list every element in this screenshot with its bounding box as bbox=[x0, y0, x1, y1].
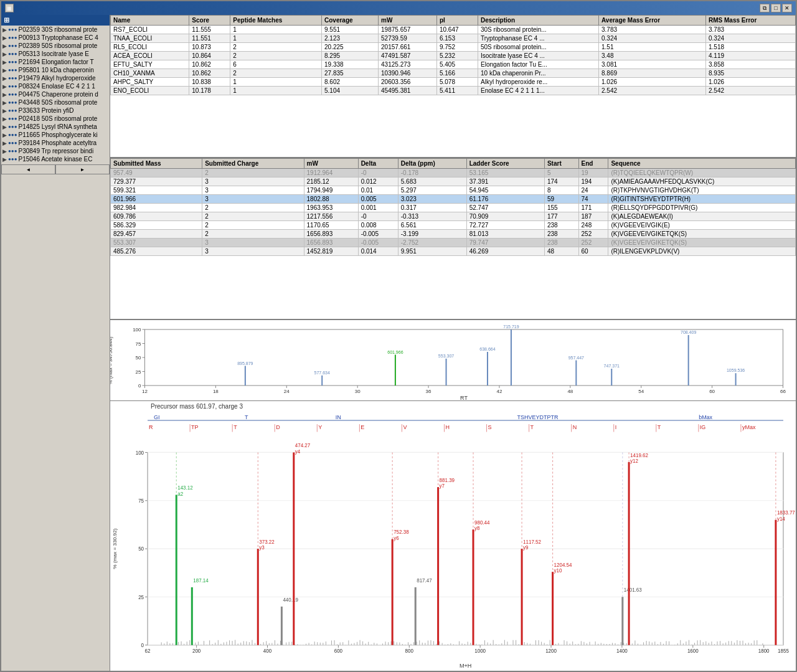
table-cell: 2185.12 bbox=[304, 177, 358, 186]
col-score[interactable]: Score bbox=[189, 16, 230, 26]
table-row[interactable]: 982.98421963.9530.0010.31752.747155171(R… bbox=[111, 204, 796, 212]
table-row[interactable]: 601.96631802.880.0053.02361.1765974(R)GI… bbox=[111, 195, 796, 204]
svg-rect-130 bbox=[172, 643, 173, 645]
sidebar-item-P02359[interactable]: ▶●●●P02359 30S ribosomal prote bbox=[1, 26, 110, 34]
table-cell: 37.391 bbox=[466, 177, 544, 186]
table-row[interactable]: 729.37732185.120.0125.68337.391174194(K)… bbox=[111, 177, 796, 186]
table-row[interactable]: ACEA_ECOLI10.86428.29547491.5875.232Isoc… bbox=[111, 52, 796, 60]
top-table-area[interactable]: NameScorePeptide MatchesCoveragemWpIDesc… bbox=[110, 15, 796, 158]
svg-rect-301 bbox=[658, 644, 658, 645]
col-mw[interactable]: mW bbox=[379, 16, 437, 26]
bottom-table-area[interactable]: Submitted MassSubmitted ChargemWDeltaDel… bbox=[110, 158, 796, 320]
sidebar-item-P02389[interactable]: ▶●●●P02389 50S ribosomal prote bbox=[1, 42, 110, 50]
bot-col-mw[interactable]: mW bbox=[304, 159, 358, 169]
table-row[interactable]: 609.78621217.556-0-0.31370.909177187(K)A… bbox=[111, 212, 796, 221]
sidebar-item-P43448[interactable]: ▶●●●P43448 50S ribosomal prote bbox=[1, 98, 110, 106]
bot-col-delta-ppm[interactable]: Delta (ppm) bbox=[398, 159, 466, 169]
table-cell: Elongation factor Tu E... bbox=[478, 60, 599, 69]
table-cell: 553.307 bbox=[111, 239, 202, 247]
svg-text:H: H bbox=[445, 424, 449, 430]
svg-rect-181 bbox=[317, 642, 318, 645]
svg-rect-287 bbox=[618, 645, 618, 645]
sidebar-item-P00913[interactable]: ▶●●●P00913 Tryptophanase EC 4 bbox=[1, 34, 110, 42]
svg-text:1419.62: 1419.62 bbox=[630, 453, 648, 458]
sidebar-item-P21694[interactable]: ▶●●●P21694 Elongation factor T bbox=[1, 58, 110, 66]
sidebar-label: P39184 Phosphate acetyltra bbox=[19, 140, 97, 146]
table-cell: 3.783 bbox=[598, 26, 705, 34]
col-peptide-matches[interactable]: Peptide Matches bbox=[230, 16, 322, 26]
table-cell: 238 bbox=[544, 239, 578, 247]
svg-text:42: 42 bbox=[496, 389, 502, 394]
svg-rect-143 bbox=[209, 640, 210, 645]
table-cell: 1912.964 bbox=[304, 169, 358, 177]
sidebar-item-P39184[interactable]: ▶●●●P39184 Phosphate acetyltra bbox=[1, 139, 110, 147]
svg-rect-330 bbox=[740, 641, 740, 645]
close-button[interactable]: ✕ bbox=[782, 4, 792, 12]
svg-rect-151 bbox=[232, 641, 233, 645]
col-pi[interactable]: pI bbox=[436, 16, 478, 26]
svg-rect-231 bbox=[459, 641, 460, 645]
sidebar-item-P33633[interactable]: ▶●●●P33633 Protein yfiD bbox=[1, 106, 110, 115]
sidebar-item-P14825[interactable]: ▶●●●P14825 Lysyl tRNA syntheta bbox=[1, 123, 110, 131]
svg-rect-209 bbox=[397, 642, 397, 645]
svg-rect-221 bbox=[430, 640, 431, 645]
table-cell: 10.873 bbox=[189, 43, 230, 52]
bot-col-ladder-score[interactable]: Ladder Score bbox=[466, 159, 544, 169]
table-row[interactable]: ENO_ECOLI10.17815.10445495.3815.411Enola… bbox=[111, 87, 796, 95]
table-row[interactable]: 485.27631452.8190.0149.95146.2694860(R)I… bbox=[111, 247, 796, 256]
sidebar-item-P08324[interactable]: ▶●●●P08324 Enolase EC 4 2 1 1 bbox=[1, 82, 110, 90]
svg-text:1000: 1000 bbox=[474, 648, 486, 654]
svg-rect-294 bbox=[638, 643, 638, 645]
svg-rect-217 bbox=[419, 640, 420, 645]
svg-rect-33 bbox=[245, 366, 246, 386]
svg-rect-247 bbox=[504, 640, 505, 645]
svg-rect-159 bbox=[255, 643, 255, 645]
table-row[interactable]: TNAA_ECOLI11.55112.12352739.596.153Trypt… bbox=[111, 34, 796, 43]
table-row[interactable]: 586.32921170.650.0086.56172.727238248(K)… bbox=[111, 221, 796, 230]
sidebar-item-P95801[interactable]: ▶●●●P95801 10 kDa chaperonin bbox=[1, 66, 110, 74]
main-panel: NameScorePeptide MatchesCoveragemWpIDesc… bbox=[110, 15, 796, 671]
table-row[interactable]: 599.32131794.9490.015.29754.945824(R)TKP… bbox=[111, 186, 796, 195]
svg-rect-138 bbox=[195, 643, 196, 645]
sidebar-item-P05313[interactable]: ▶●●●P05313 Isocitrate lyase E bbox=[1, 50, 110, 58]
table-row[interactable]: AHPC_SALTY10.83818.60220603.3565.078Alky… bbox=[111, 78, 796, 87]
col-average-mass-error[interactable]: Average Mass Error bbox=[598, 16, 705, 26]
svg-rect-47 bbox=[611, 369, 612, 386]
sidebar-item-P11665[interactable]: ▶●●●P11665 Phosphoglycerate ki bbox=[1, 131, 110, 139]
sidebar-item-P15046[interactable]: ▶●●●P15046 Acetate kinase EC bbox=[1, 155, 110, 163]
bot-col-submitted-charge[interactable]: Submitted Charge bbox=[202, 159, 304, 169]
col-coverage[interactable]: Coverage bbox=[322, 16, 379, 26]
svg-rect-224 bbox=[439, 641, 440, 645]
col-name[interactable]: Name bbox=[111, 16, 189, 26]
table-row[interactable]: RL5_ECOLI10.873220.22520157.6619.75250S … bbox=[111, 43, 796, 52]
table-row[interactable]: 553.30731656.893-0.005-2.75279.747238252… bbox=[111, 239, 796, 247]
bot-col-start[interactable]: Start bbox=[544, 159, 578, 169]
restore-button[interactable]: ⧉ bbox=[760, 4, 770, 12]
table-row[interactable]: CH10_XANMA10.862227.83510390.9465.16610 … bbox=[111, 69, 796, 78]
sidebar-item-P04475[interactable]: ▶●●●P04475 Chaperone protein d bbox=[1, 90, 110, 98]
table-cell: -0 bbox=[358, 212, 398, 221]
table-row[interactable]: RS7_ECOLI11.55519.55119875.65710.64730S … bbox=[111, 26, 796, 34]
col-description[interactable]: Description bbox=[478, 16, 599, 26]
svg-rect-304 bbox=[666, 641, 667, 645]
sidebar-scroll-right[interactable]: ► bbox=[55, 164, 110, 174]
bot-col-sequence[interactable]: Sequence bbox=[608, 159, 796, 169]
svg-rect-197 bbox=[362, 641, 363, 645]
sidebar-item-P30849[interactable]: ▶●●●P30849 Trp repressor bindi bbox=[1, 147, 110, 155]
bot-col-delta[interactable]: Delta bbox=[358, 159, 398, 169]
svg-rect-298 bbox=[649, 641, 649, 645]
sidebar-item-P02418[interactable]: ▶●●●P02418 50S ribosomal prote bbox=[1, 115, 110, 123]
table-row[interactable]: EFTU_SALTY10.862619.33843125.2735.405Elo… bbox=[111, 60, 796, 69]
table-cell: Alkyl hydroperoxide re... bbox=[478, 78, 599, 87]
sidebar-scroll-left[interactable]: ◄ bbox=[1, 164, 55, 174]
sidebar-item-P19479[interactable]: ▶●●●P19479 Alkyl hydroperoxide bbox=[1, 74, 110, 82]
table-row[interactable]: 829.45721656.893-0.005-3.19981.013238252… bbox=[111, 230, 796, 239]
bot-col-submitted-mass[interactable]: Submitted Mass bbox=[111, 159, 202, 169]
dot-icon: ●●● bbox=[8, 51, 17, 57]
table-cell: 2.542 bbox=[706, 87, 796, 95]
table-row[interactable]: 957.4921912.964-0-0.17853.165519(R)TQQIE… bbox=[111, 169, 796, 177]
col-rms-mass-error[interactable]: RMS Mass Error bbox=[706, 16, 796, 26]
table-cell: 10.838 bbox=[189, 78, 230, 87]
maximize-button[interactable]: □ bbox=[771, 4, 781, 12]
bot-col-end[interactable]: End bbox=[578, 159, 608, 169]
